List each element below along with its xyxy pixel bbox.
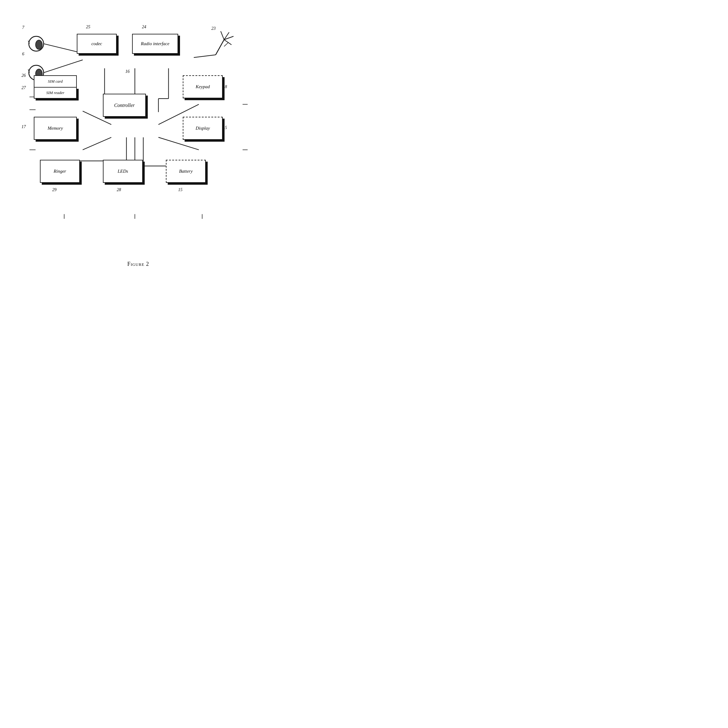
- ref-29: 29: [52, 187, 57, 192]
- leds-label: LEDs: [118, 169, 128, 174]
- sim-reader-label: SIM reader: [46, 90, 64, 95]
- sim-reader-block: SIM reader: [34, 87, 77, 99]
- controller-label: Controller: [114, 103, 135, 108]
- leds-block: LEDs: [103, 160, 143, 183]
- codec-block: codec: [77, 34, 117, 54]
- ref-17: 17: [21, 124, 26, 129]
- radio-block: Radio interface: [132, 34, 178, 54]
- ringer-block: Ringer: [40, 160, 80, 183]
- battery-block: Battery: [166, 160, 206, 183]
- keypad-block: Keypad: [183, 75, 223, 98]
- svg-line-38: [28, 41, 29, 44]
- svg-line-4: [216, 40, 224, 55]
- ref-24: 24: [142, 25, 146, 29]
- caption-text: Figure 2: [127, 261, 149, 267]
- page: codec Radio interface SIM card SIM reade…: [6, 6, 270, 270]
- memory-block: Memory: [34, 117, 77, 140]
- ref-16: 16: [125, 69, 130, 74]
- battery-label: Battery: [179, 169, 193, 174]
- figure-caption: Figure 2: [127, 261, 149, 267]
- radio-label: Radio interface: [141, 41, 170, 46]
- ref-27: 27: [21, 86, 26, 90]
- svg-line-8: [224, 40, 231, 44]
- svg-line-11: [194, 55, 216, 57]
- svg-point-0: [29, 36, 44, 51]
- svg-line-10: [44, 60, 83, 73]
- ref-7: 7: [22, 25, 24, 30]
- ref-28: 28: [117, 187, 121, 192]
- svg-line-7: [224, 36, 234, 40]
- sim-card-block: SIM card: [34, 75, 77, 87]
- display-label: Display: [196, 126, 210, 131]
- keypad-label: Keypad: [196, 84, 210, 89]
- svg-line-21: [83, 137, 111, 150]
- memory-label: Memory: [47, 126, 63, 131]
- diagram-area: codec Radio interface SIM card SIM reade…: [15, 15, 261, 246]
- ref-6: 6: [22, 52, 24, 57]
- svg-line-5: [220, 31, 224, 40]
- controller-block: Controller: [103, 94, 146, 117]
- codec-label: codec: [92, 41, 102, 46]
- ref-5: 5: [225, 126, 227, 130]
- ringer-label: Ringer: [54, 169, 66, 174]
- ref-26: 26: [21, 73, 26, 78]
- ref-23: 23: [211, 26, 216, 31]
- svg-line-42: [224, 42, 228, 46]
- sim-card-label: SIM card: [48, 79, 63, 84]
- svg-line-6: [224, 32, 229, 40]
- svg-point-1: [36, 40, 42, 49]
- ref-15: 15: [178, 187, 182, 192]
- display-block: Display: [183, 117, 223, 140]
- svg-line-39: [28, 69, 29, 73]
- ref-25: 25: [86, 25, 90, 29]
- ref-8: 8: [225, 84, 227, 89]
